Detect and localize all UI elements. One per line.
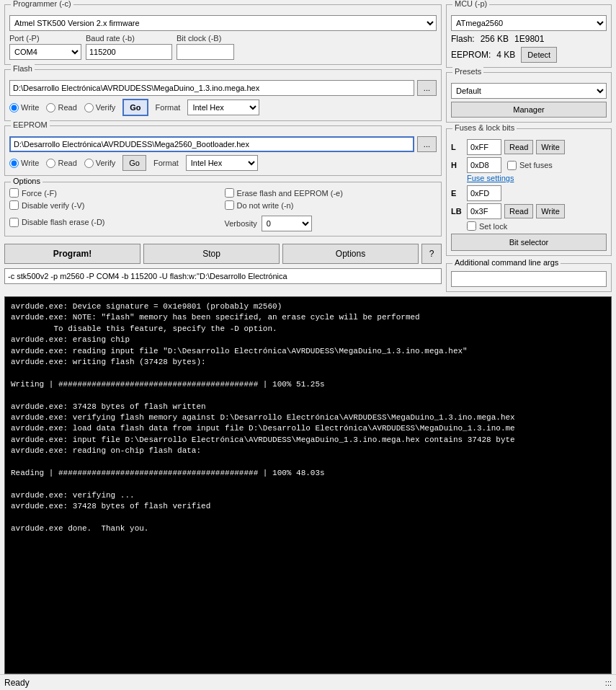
disable-flash-erase-label: Disable flash erase (-D) [22,218,105,226]
programmer-select[interactable]: Atmel STK500 Version 2.x firmware [9,15,437,31]
mcu-select[interactable]: ATmega2560 [451,15,607,31]
flash-group: Flash ... Write Read V [4,69,442,121]
set-fuses-checkbox[interactable] [507,161,517,170]
eeprom-section-label: EEPROM [11,120,50,129]
flash-write-radio-item: Write [9,103,39,112]
eeprom-verify-radio[interactable] [84,159,94,168]
eeprom-read-radio-item: Read [46,159,76,168]
baud-label: Baud rate (-b) [86,34,172,43]
additional-group: Additional command line args [446,263,612,292]
detect-btn[interactable]: Detect [521,47,557,63]
fuse-h-row: H Set fuses [451,157,607,173]
eeprom-format-label: Format [153,159,179,167]
verbosity-row: Verbosity 0 [225,216,437,231]
disable-verify-checkbox[interactable] [9,200,19,210]
erase-checkbox[interactable] [225,188,234,198]
flash-info-sig: 1E9801 [514,34,544,44]
fuse-h-input[interactable] [467,157,501,173]
eeprom-info-size: 4 KB [496,50,515,60]
fuse-e-input[interactable] [467,185,501,201]
flash-format-select[interactable]: Intel Hex [187,99,259,115]
left-panel: Programmer (-c) Atmel STK500 Version 2.x… [4,4,442,292]
flash-path-input[interactable] [9,80,414,96]
fuse-settings-link[interactable]: Fuse settings [467,174,514,182]
set-fuses-row: Set fuses [507,161,553,170]
eeprom-path-row: ... [9,136,437,152]
eeprom-radio-row: Write Read Verify Go Format Intel Hex [9,155,437,171]
cmd-line-container [4,268,442,284]
port-baud-row: Port (-P) COM4 Baud rate (-b) Bit clock … [9,34,437,60]
eeprom-write-radio[interactable] [9,159,19,168]
flash-browse-btn[interactable]: ... [417,80,437,96]
port-col: Port (-P) COM4 [9,34,81,60]
do-not-write-checkbox[interactable] [225,200,234,210]
options-group: Options Force (-F) Erase flash and EEPRO… [4,182,442,236]
flash-read-label: Read [58,103,76,112]
verbosity-select[interactable]: 0 [262,216,312,231]
options-btn[interactable]: Options [282,244,419,264]
disable-flash-erase-checkbox[interactable] [9,218,19,227]
do-not-write-check-item: Do not write (-n) [225,200,437,210]
flash-radio-row: Write Read Verify Go Format Intel Hex [9,99,437,116]
flash-write-radio[interactable] [9,103,19,112]
program-btn[interactable]: Program! [4,244,140,264]
programmer-row: Atmel STK500 Version 2.x firmware [9,15,437,31]
port-select[interactable]: COM4 [9,44,81,60]
fuse-lb-input[interactable] [467,203,501,219]
mcu-label: MCU (-p) [452,0,489,8]
cmd-line-input[interactable] [4,268,442,284]
status-bar: Ready ::: [0,674,616,690]
programmer-group: Programmer (-c) Atmel STK500 Version 2.x… [4,4,442,65]
bitclock-input[interactable] [177,44,234,60]
flash-info-size: 256 KB [481,34,509,44]
status-text: Ready [4,678,30,688]
flash-go-btn[interactable]: Go [122,99,148,116]
flash-verify-radio[interactable] [84,103,94,112]
eeprom-verify-radio-item: Verify [84,159,116,168]
disable-flash-erase-check-item: Disable flash erase (-D) [9,213,222,231]
help-btn[interactable]: ? [421,244,442,264]
fuse-lb-read-btn[interactable]: Read [504,204,533,218]
fuse-settings-row: Fuse settings [451,173,607,183]
flash-read-radio[interactable] [46,103,55,112]
port-label: Port (-P) [9,34,81,43]
baud-input[interactable] [86,44,172,60]
flash-verify-label: Verify [96,103,116,112]
fuse-l-label: L [451,143,464,151]
terminal[interactable]: avrdude.exe: Device signature = 0x1e9801… [4,296,612,674]
top-panel: Programmer (-c) Atmel STK500 Version 2.x… [0,0,616,296]
presets-select[interactable]: Default [451,83,607,99]
eeprom-info-label: EEPROM: [451,50,491,60]
fuse-l-write-btn[interactable]: Write [536,140,564,154]
baud-col: Baud rate (-b) [86,34,172,60]
flash-path-row: ... [9,80,437,96]
options-grid: Force (-F) Erase flash and EEPROM (-e) D… [9,188,437,231]
eeprom-path-input[interactable] [9,136,414,152]
set-lock-row: Set lock [467,221,607,231]
flash-info-row: Flash: 256 KB 1E9801 [451,34,607,44]
eeprom-go-btn[interactable]: Go [122,155,146,171]
eeprom-read-radio[interactable] [46,159,55,168]
erase-check-item: Erase flash and EEPROM (-e) [225,188,437,198]
eeprom-info-row: EEPROM: 4 KB Detect [451,47,607,63]
additional-input[interactable] [451,271,607,287]
bit-selector-btn[interactable]: Bit selector [451,234,607,251]
fuse-lb-row: LB Read Write [451,203,607,219]
stop-btn[interactable]: Stop [143,244,280,264]
flash-section-label: Flash [11,64,35,73]
eeprom-format-select[interactable]: Intel Hex [186,155,258,171]
flash-write-label: Write [21,103,39,112]
additional-label: Additional command line args [452,258,561,267]
force-check-item: Force (-F) [9,188,222,198]
fuse-l-input[interactable] [467,139,501,155]
eeprom-browse-btn[interactable]: ... [417,136,437,152]
verbosity-label: Verbosity [225,219,257,228]
force-checkbox[interactable] [9,188,19,198]
manager-btn[interactable]: Manager [451,102,607,118]
presets-label: Presets [452,67,483,76]
fuse-lb-write-btn[interactable]: Write [536,204,564,218]
eeprom-verify-label: Verify [96,159,116,167]
do-not-write-label: Do not write (-n) [237,201,294,210]
fuse-l-read-btn[interactable]: Read [504,140,533,154]
set-lock-checkbox[interactable] [467,221,476,231]
